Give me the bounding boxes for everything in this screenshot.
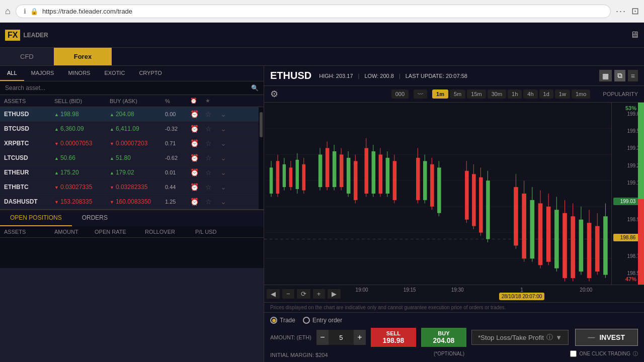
refresh-btn[interactable]: ⟳ <box>297 289 310 299</box>
asset-name-ethusd: ETHUSD <box>4 111 54 118</box>
search-icon[interactable]: 🔍 <box>251 84 259 92</box>
asset-row-etheur[interactable]: ETHEUR 175.20 179.02 0.01 ⏰ ☆ ⌄ <box>0 165 259 180</box>
amount-decrease[interactable]: − <box>316 330 329 345</box>
alarm-xrpbtc[interactable]: ⏰ <box>190 139 205 147</box>
popularity-bar <box>638 103 644 285</box>
radio-trade[interactable]: Trade <box>270 317 295 324</box>
expand-ethusd[interactable]: ⌄ <box>220 110 235 118</box>
asset-name-ethbtc: ETHBTC <box>4 184 54 191</box>
filter-tab-majors[interactable]: MAJORS <box>24 66 61 81</box>
popularity-label: POPULARITY <box>603 91 638 97</box>
alarm-ltcusd[interactable]: ⏰ <box>190 154 205 162</box>
one-click-info: ⓘ <box>633 350 638 357</box>
asset-row-xrpbtc[interactable]: XRPBTC 0.00007053 0.00007203 0.71 ⏰ ☆ ⌄ <box>0 136 259 151</box>
alarm-etheur[interactable]: ⏰ <box>190 168 205 176</box>
tf-30m[interactable]: 30m <box>488 89 506 99</box>
buy-btcusd: 6,411.09 <box>110 125 165 132</box>
logo-fx: FX <box>5 30 20 41</box>
zoom-in-btn[interactable]: + <box>313 289 325 299</box>
star-ethusd[interactable]: ☆ <box>205 110 220 118</box>
filter-tab-minors[interactable]: MINORS <box>61 66 97 81</box>
tf-4h[interactable]: 4h <box>523 89 537 99</box>
radio-entry[interactable]: Entry order <box>303 317 342 324</box>
search-input[interactable] <box>5 84 251 92</box>
tab-cfd[interactable]: CFD <box>0 48 54 65</box>
star-xrpbtc[interactable]: ☆ <box>205 139 220 147</box>
invest-button[interactable]: — INVEST <box>575 329 638 346</box>
filter-tab-exotic[interactable]: EXOTIC <box>97 66 132 81</box>
positions-empty <box>0 238 264 268</box>
expand-etheur[interactable]: ⌄ <box>220 168 235 176</box>
info-icon: ℹ <box>24 8 26 15</box>
home-icon[interactable]: ⌂ <box>5 6 11 17</box>
tab-orders[interactable]: ORDERS <box>72 210 118 226</box>
expand-xrpbtc[interactable]: ⌄ <box>220 139 235 147</box>
monitor-icon[interactable]: 🖥 <box>630 30 639 40</box>
svg-rect-42 <box>416 158 420 200</box>
chart-note: Prices displayed on the chart are indica… <box>264 302 644 312</box>
chart-type-bar[interactable]: ▦ <box>599 70 612 81</box>
one-click-checkbox[interactable] <box>570 350 577 357</box>
star-ethbtc[interactable]: ☆ <box>205 183 220 191</box>
alarm-btcusd[interactable]: ⏰ <box>190 125 205 133</box>
chart-header: ETHUSD HIGH: 203.17 | LOW: 200.8 | LAST … <box>264 66 644 86</box>
chart-type-line[interactable]: ≡ <box>628 70 638 81</box>
amount-increase[interactable]: + <box>354 330 366 345</box>
tab-open-positions[interactable]: OPEN POSITIONS <box>0 210 72 226</box>
tf-1m[interactable]: 1m <box>432 89 448 99</box>
tf-1mo[interactable]: 1mo <box>572 89 590 99</box>
star-btcusd[interactable]: ☆ <box>205 125 220 133</box>
time-labels: 19:00 19:15 19:30 1 28/10/18 20:07:00 20… <box>341 287 641 300</box>
stop-loss-button[interactable]: *Stop Loss/Take Profit ⓘ ▼ <box>471 330 569 345</box>
expand-btcusd[interactable]: ⌄ <box>220 125 235 133</box>
expand-dashusdt[interactable]: ⌄ <box>220 198 235 206</box>
chart-type-candle[interactable]: ⧉ <box>614 70 625 81</box>
sell-button[interactable]: SELL 198.98 <box>371 328 416 347</box>
alarm-ethbtc[interactable]: ⏰ <box>190 183 205 191</box>
url-bar[interactable]: ℹ 🔒 https://trade.fxleader.com/trade <box>16 5 611 18</box>
alarm-ethusd[interactable]: ⏰ <box>190 110 205 118</box>
tf-1h[interactable]: 1h <box>508 89 522 99</box>
pct-etheur: 0.01 <box>165 169 190 175</box>
header-pct: % <box>165 98 190 104</box>
asset-row-ethbtc[interactable]: ETHBTC 0.03027335 0.03282335 0.44 ⏰ ☆ ⌄ <box>0 180 259 195</box>
asset-row-ltcusd[interactable]: LTCUSD 50.66 51.80 -0.62 ⏰ ☆ ⌄ <box>0 151 259 165</box>
prev-btn[interactable]: ◀ <box>267 289 280 299</box>
extension-icon[interactable]: ⊡ <box>631 6 639 17</box>
search-bar: 🔍 <box>0 81 264 95</box>
one-click-text: ONE CLICK TRADING <box>579 351 630 356</box>
popularity-pct-top: 53% <box>625 105 636 111</box>
asset-row-dashusdt[interactable]: DASHUSDT 153.208335 160.0083350 1.25 ⏰ ☆… <box>0 195 259 209</box>
filter-tab-all[interactable]: ALL <box>0 66 24 81</box>
filter-tab-crypto[interactable]: CRYPTO <box>132 66 169 81</box>
zoom-out-btn[interactable]: − <box>282 289 294 299</box>
buy-button[interactable]: BUY 204.08 <box>421 328 466 347</box>
scroll-bar[interactable] <box>259 107 264 209</box>
one-click-trading[interactable]: ONE CLICK TRADING ⓘ <box>570 350 638 357</box>
tf-15m[interactable]: 15m <box>467 89 486 99</box>
alarm-dashusdt[interactable]: ⏰ <box>190 198 205 206</box>
tf-line[interactable]: 〰 <box>414 89 427 99</box>
more-dots[interactable]: ··· <box>616 6 626 17</box>
header-assets: ASSETS <box>4 98 54 104</box>
radio-trade-circle <box>270 317 277 324</box>
star-etheur[interactable]: ☆ <box>205 168 220 176</box>
timeframe-buttons: 1m 5m 15m 30m 1h 4h 1d 1w 1mo <box>432 89 590 99</box>
tf-000[interactable]: 000 <box>391 89 409 99</box>
tf-1d[interactable]: 1d <box>539 89 553 99</box>
tf-1w[interactable]: 1w <box>555 89 570 99</box>
tf-5m[interactable]: 5m <box>450 89 465 99</box>
expand-ethbtc[interactable]: ⌄ <box>220 183 235 191</box>
time-1945: 1 <box>520 287 523 293</box>
star-dashusdt[interactable]: ☆ <box>205 198 220 206</box>
star-ltcusd[interactable]: ☆ <box>205 154 220 162</box>
asset-row-btcusd[interactable]: BTCUSD 6,360.09 6,411.09 -0.32 ⏰ ☆ ⌄ <box>0 122 259 136</box>
time-highlighted: 1 28/10/18 20:07:00 <box>499 287 545 300</box>
settings-icon[interactable]: ⚙ <box>270 88 278 100</box>
next-btn[interactable]: ▶ <box>328 289 341 299</box>
amount-input[interactable] <box>329 330 354 345</box>
tab-forex[interactable]: Forex <box>54 48 112 65</box>
time-1915: 19:15 <box>404 287 416 300</box>
expand-ltcusd[interactable]: ⌄ <box>220 154 235 162</box>
asset-row-ethusd[interactable]: ETHUSD 198.98 204.08 0.00 ⏰ ☆ ⌄ <box>0 107 259 122</box>
